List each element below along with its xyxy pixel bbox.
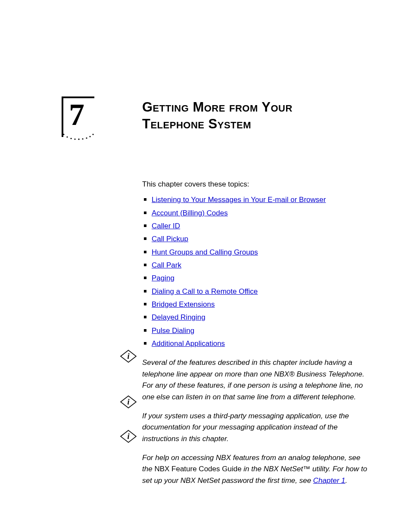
list-item: Bridged Extensions [142, 299, 370, 310]
list-item: Caller ID [142, 221, 370, 232]
chapter-heading: Getting More from Your Telephone System [142, 99, 355, 133]
topic-link[interactable]: Call Park [152, 261, 181, 269]
body-content: This chapter covers these topics: Listen… [142, 179, 370, 494]
topic-link[interactable]: Hunt Groups and Calling Groups [152, 248, 258, 256]
note-3-end: . [346, 476, 348, 485]
list-item: Delayed Ringing [142, 312, 370, 323]
info-icon: i [120, 395, 137, 408]
intro-text: This chapter covers these topics: [142, 179, 370, 190]
topic-link[interactable]: Dialing a Call to a Remote Office [152, 287, 258, 296]
info-icon: i [120, 430, 137, 443]
topic-link[interactable]: Bridged Extensions [152, 300, 215, 308]
document-page: 7 Getting More from Your Telephone Syste… [0, 0, 411, 532]
svg-text:i: i [127, 432, 129, 441]
topic-list: Listening to Your Messages in Your E-mai… [142, 194, 370, 349]
svg-point-4 [78, 139, 79, 140]
svg-point-5 [82, 138, 83, 140]
svg-text:i: i [127, 398, 129, 406]
chapter-number: 7 [69, 99, 84, 130]
topic-link[interactable]: Listening to Your Messages in Your E-mai… [152, 196, 326, 204]
note-1: Several of the features described in thi… [142, 357, 370, 402]
list-item: Dialing a Call to a Remote Office [142, 286, 370, 297]
list-item: Additional Applications [142, 338, 370, 349]
list-item: Call Park [142, 260, 370, 271]
topic-link[interactable]: Delayed Ringing [152, 313, 206, 321]
svg-point-3 [74, 138, 75, 140]
topic-link[interactable]: Call Pickup [152, 235, 188, 243]
topic-link[interactable]: Pulse Dialing [152, 327, 194, 335]
chapter-1-link[interactable]: Chapter 1 [313, 476, 346, 485]
topic-link[interactable]: Additional Applications [152, 339, 225, 348]
list-item: Paging [142, 273, 370, 284]
svg-point-2 [70, 138, 72, 139]
svg-text:i: i [127, 352, 129, 361]
topic-link[interactable]: Caller ID [152, 222, 180, 230]
list-item: Listening to Your Messages in Your E-mai… [142, 194, 370, 205]
list-item: Call Pickup [142, 233, 370, 245]
info-icon: i [120, 350, 137, 363]
topic-link[interactable]: Paging [152, 274, 174, 282]
topic-link[interactable]: Account (Billing) Codes [152, 209, 228, 217]
note-3-guide-name: NBX Feature Codes Guide [154, 465, 241, 473]
svg-point-6 [86, 137, 87, 139]
list-item: Hunt Groups and Calling Groups [142, 247, 370, 258]
note-3: For help on accessing NBX features from … [142, 452, 370, 486]
note-2: If your system uses a third-party messag… [142, 411, 370, 445]
list-item: Account (Billing) Codes [142, 208, 370, 219]
list-item: Pulse Dialing [142, 325, 370, 336]
